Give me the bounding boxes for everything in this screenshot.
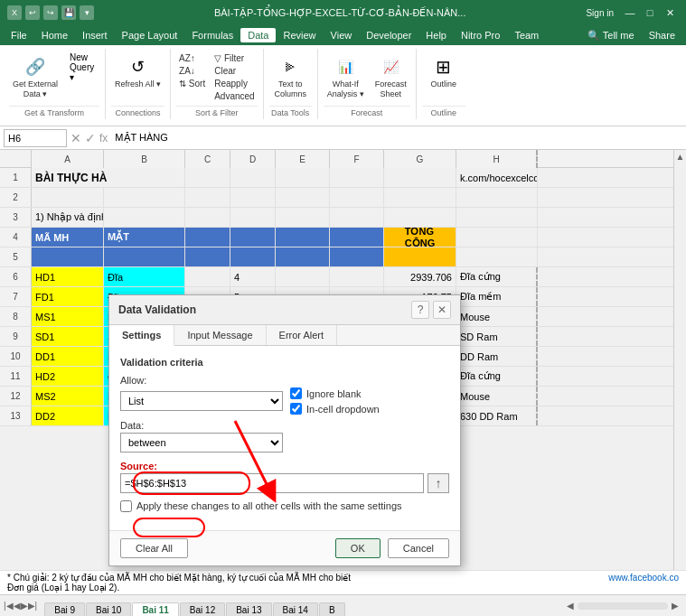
what-if-icon: 📊 bbox=[333, 54, 358, 79]
get-external-icon: 🔗 bbox=[23, 54, 48, 79]
menu-page-layout[interactable]: Page Layout bbox=[115, 28, 185, 42]
menu-file[interactable]: File bbox=[4, 28, 34, 42]
menu-insert[interactable]: Insert bbox=[75, 28, 115, 42]
excel-icon: X bbox=[7, 5, 22, 20]
minimize-button[interactable]: — bbox=[621, 4, 639, 22]
dialog-help-button[interactable]: ? bbox=[411, 301, 429, 319]
title-bar-icons: X ↩ ↪ 💾 ▾ bbox=[7, 5, 94, 20]
source-input[interactable]: =$H$6:$H$13 bbox=[120, 473, 424, 493]
window-title: BÀI-TẬP-TỔNG-HỢP-EXCEL-TỪ-CƠ-BẢN-ĐẾN-NÂN… bbox=[94, 7, 586, 19]
clear-all-button[interactable]: Clear All bbox=[120, 538, 188, 558]
in-cell-dropdown-item: In-cell dropdown bbox=[290, 403, 380, 415]
ribbon-group-outline: ⊞ Outline Outline bbox=[417, 49, 471, 119]
ribbon-group-connections: ↺ Refresh All ▾ Connections bbox=[106, 49, 171, 119]
dialog-close-button[interactable]: ✕ bbox=[433, 301, 451, 319]
dialog-overlay: Data Validation ? ✕ Settings Input Messa… bbox=[0, 150, 686, 616]
ribbon-group-data-tools: ⫸ Text toColumns Data Tools bbox=[264, 49, 318, 119]
menu-review[interactable]: Review bbox=[276, 28, 323, 42]
new-query-button[interactable]: NewQuery ▾ bbox=[65, 52, 99, 81]
allow-section: Allow: List Any value Whole number Decim… bbox=[120, 375, 449, 415]
ribbon-group-transform: 🔗 Get ExternalData ▾ NewQuery ▾ Get & Tr… bbox=[4, 49, 106, 119]
sort-za-button[interactable]: ZA↓ bbox=[176, 65, 208, 77]
forecast-icon: 📈 bbox=[378, 54, 403, 79]
menu-share[interactable]: Share bbox=[642, 28, 682, 42]
source-input-row: =$H$6:$H$13 ↑ bbox=[120, 473, 449, 493]
dialog-title-icons: ? ✕ bbox=[411, 301, 451, 319]
close-button[interactable]: ✕ bbox=[661, 4, 679, 22]
data-label: Data: bbox=[120, 420, 449, 431]
apply-checkbox-row: Apply these changes to all other cells w… bbox=[120, 500, 449, 512]
menu-developer[interactable]: Developer bbox=[359, 28, 418, 42]
dialog-tab-settings[interactable]: Settings bbox=[109, 325, 174, 346]
advanced-filter-button[interactable]: Advanced bbox=[211, 90, 257, 102]
forecast-sheet-button[interactable]: 📈 ForecastSheet bbox=[371, 52, 410, 101]
ignore-blank-item: Ignore blank bbox=[290, 387, 380, 399]
outline-button[interactable]: ⊞ Outline bbox=[427, 52, 461, 91]
source-collapse-button[interactable]: ↑ bbox=[428, 473, 449, 493]
menu-data[interactable]: Data bbox=[240, 28, 276, 42]
data-tools-group-label: Data Tools bbox=[269, 106, 312, 119]
allow-label: Allow: bbox=[120, 375, 449, 386]
filter-button[interactable]: ▽ Filter bbox=[211, 52, 257, 64]
sort-button[interactable]: ⇅ Sort bbox=[176, 78, 208, 89]
apply-changes-checkbox[interactable] bbox=[120, 500, 132, 512]
in-cell-dropdown-label: In-cell dropdown bbox=[306, 404, 380, 415]
menu-bar: File Home Insert Page Layout Formulas Da… bbox=[0, 25, 686, 45]
sort-az-icon: AZ↑ bbox=[179, 53, 195, 63]
ignore-blank-label: Ignore blank bbox=[306, 388, 362, 399]
main-area: A B C D E F G H 1 BÀI THỰC HÀ k.com/hoce… bbox=[0, 150, 686, 616]
ignore-blank-checkbox[interactable] bbox=[290, 387, 302, 399]
reapply-button[interactable]: Reapply bbox=[211, 78, 257, 89]
save-icon[interactable]: 💾 bbox=[61, 5, 76, 20]
menu-tell-me[interactable]: 🔍 Tell me bbox=[580, 28, 642, 43]
dialog-tab-input-message[interactable]: Input Message bbox=[174, 325, 266, 345]
dialog-title: Data Validation bbox=[118, 303, 196, 316]
dialog-tab-error-alert[interactable]: Error Alert bbox=[267, 325, 338, 345]
what-if-button[interactable]: 📊 What-IfAnalysis ▾ bbox=[324, 52, 368, 101]
menu-view[interactable]: View bbox=[324, 28, 360, 42]
validation-criteria-label: Validation criteria bbox=[120, 357, 449, 368]
data-dropdown[interactable]: between not between equal to not equal t… bbox=[120, 433, 283, 453]
undo-icon[interactable]: ↩ bbox=[25, 5, 40, 20]
customize-icon[interactable]: ▾ bbox=[80, 5, 94, 20]
maximize-button[interactable]: □ bbox=[641, 4, 659, 22]
title-bar: X ↩ ↪ 💾 ▾ BÀI-TẬP-TỔNG-HỢP-EXCEL-TỪ-CƠ-B… bbox=[0, 0, 686, 25]
clear-filter-button[interactable]: Clear bbox=[211, 65, 257, 77]
dialog-tabs: Settings Input Message Error Alert bbox=[109, 325, 460, 346]
checkbox-group: Ignore blank In-cell dropdown bbox=[290, 387, 380, 415]
menu-team[interactable]: Team bbox=[507, 28, 546, 42]
connections-group-label: Connections bbox=[111, 106, 164, 119]
formula-input[interactable]: MẶT HÀNG bbox=[111, 132, 682, 145]
filter-icon: ▽ Filter bbox=[214, 53, 244, 63]
text-to-columns-button[interactable]: ⫸ Text toColumns bbox=[270, 52, 310, 101]
cancel-button[interactable]: Cancel bbox=[388, 538, 449, 558]
menu-home[interactable]: Home bbox=[34, 28, 75, 42]
in-cell-dropdown-checkbox[interactable] bbox=[290, 403, 302, 415]
allow-dropdown[interactable]: List Any value Whole number Decimal Date… bbox=[120, 391, 283, 411]
refresh-label: Refresh All ▾ bbox=[115, 79, 161, 89]
sort-az-button[interactable]: AZ↑ bbox=[176, 52, 208, 64]
menu-formulas[interactable]: Formulas bbox=[184, 28, 240, 42]
redo-icon[interactable]: ↪ bbox=[43, 5, 58, 20]
ribbon-group-forecast: 📊 What-IfAnalysis ▾ 📈 ForecastSheet Fore… bbox=[318, 49, 417, 119]
sort-za-icon: ZA↓ bbox=[179, 66, 195, 76]
dialog-content: Validation criteria Allow: List Any valu… bbox=[109, 346, 460, 530]
sort-icon: ⇅ Sort bbox=[179, 79, 205, 89]
data-section: Data: between not between equal to not e… bbox=[120, 420, 449, 453]
forecast-group-label: Forecast bbox=[324, 106, 410, 119]
get-external-data-button[interactable]: 🔗 Get ExternalData ▾ bbox=[9, 52, 61, 101]
cell-reference-input[interactable]: H6 bbox=[4, 129, 67, 147]
refresh-icon: ↺ bbox=[126, 54, 151, 79]
menu-help[interactable]: Help bbox=[418, 28, 454, 42]
ribbon-group-sort-filter: AZ↑ ZA↓ ⇅ Sort ▽ Filter Clear bbox=[171, 49, 264, 119]
menu-nitro[interactable]: Nitro Pro bbox=[454, 28, 507, 42]
transform-group-label: Get & Transform bbox=[9, 106, 99, 119]
formula-bar: H6 ✕ ✓ fx MẶT HÀNG bbox=[0, 126, 686, 150]
formula-confirm: ✓ bbox=[85, 131, 96, 145]
ok-button[interactable]: OK bbox=[335, 538, 381, 558]
ribbon-groups: 🔗 Get ExternalData ▾ NewQuery ▾ Get & Tr… bbox=[0, 49, 686, 119]
apply-changes-label: Apply these changes to all other cells w… bbox=[136, 500, 402, 511]
sign-in-link[interactable]: Sign in bbox=[586, 8, 614, 18]
outline-group-label: Outline bbox=[422, 106, 465, 119]
refresh-all-button[interactable]: ↺ Refresh All ▾ bbox=[111, 52, 164, 91]
